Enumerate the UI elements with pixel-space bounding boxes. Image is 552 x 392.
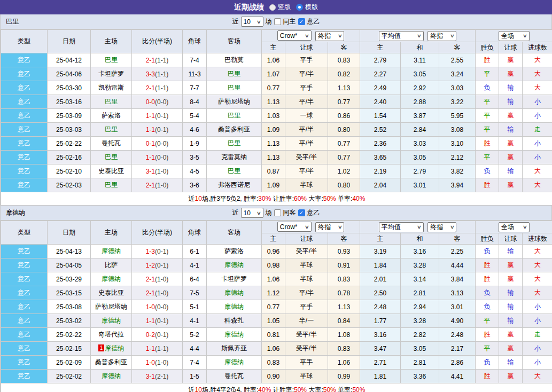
corners-cell: 7-5 (183, 286, 207, 300)
result-cell: 胜 (476, 328, 499, 342)
avg-away-cell: 2.17 (439, 342, 476, 356)
match-count-select[interactable]: 10∨ (241, 17, 263, 27)
home-team-cell[interactable]: 巴里 (91, 95, 132, 109)
league-cell[interactable]: 意乙 (1, 95, 48, 109)
home-team-cell[interactable]: 摩德纳 (91, 314, 132, 328)
league-cell[interactable]: 意乙 (1, 356, 48, 370)
average-select[interactable]: 平均值∨ (379, 31, 424, 41)
date-cell: 25-04-12 (48, 53, 91, 67)
home-team-cell[interactable]: 巴里 (91, 123, 132, 137)
away-team-cell[interactable]: 桑普多利亚 (207, 123, 262, 137)
home-team-cell[interactable]: 凯勒雷斯 (91, 81, 132, 95)
home-team-cell[interactable]: 巴里 (91, 53, 132, 67)
away-team-cell[interactable]: 萨勒尼塔纳 (207, 95, 262, 109)
avg-home-cell: 1.54 (360, 109, 401, 123)
avg-odds-time-select[interactable]: 终指∨ (427, 222, 456, 232)
home-team-cell[interactable]: 巴里 (91, 151, 132, 164)
away-team-cell[interactable]: 摩德纳 (207, 286, 262, 300)
home-team-cell[interactable]: 摩德纳 (91, 272, 132, 286)
away-team-cell[interactable]: 巴里 (207, 137, 262, 151)
league-cell[interactable]: 意乙 (1, 137, 48, 151)
away-team-cell[interactable]: 弗洛西诺尼 (207, 178, 262, 192)
home-team-cell[interactable]: 史泰比亚 (91, 164, 132, 178)
away-team-cell[interactable]: 摩德纳 (207, 328, 262, 342)
home-team-cell[interactable]: 萨勒尼塔纳 (91, 300, 132, 314)
score-cell: 1-0(0-0) (132, 300, 183, 314)
league-cell[interactable]: 意乙 (1, 342, 48, 356)
league-cell[interactable]: 意乙 (1, 164, 48, 178)
league-cell[interactable]: 意乙 (1, 314, 48, 328)
league-filter-label: 意乙 (307, 17, 320, 26)
league-cell[interactable]: 意乙 (1, 300, 48, 314)
away-team-cell[interactable]: 摩德纳 (207, 258, 262, 272)
layout-horizontal-option[interactable]: 横版 (296, 3, 318, 12)
corners-cell: 4-4 (183, 342, 207, 356)
odds-time-select[interactable]: 终指∨ (315, 31, 344, 41)
radio-unchecked-icon[interactable] (269, 4, 276, 11)
away-team-cell[interactable]: 巴里 (207, 67, 262, 81)
league-cell[interactable]: 意乙 (1, 109, 48, 123)
near-label: 近 (232, 208, 239, 217)
league-cell[interactable]: 意乙 (1, 370, 48, 383)
col-handicap-result: 让球 (499, 42, 523, 53)
away-team-cell[interactable]: 克雷莫纳 (207, 151, 262, 164)
col-handicap: 让球 (285, 42, 328, 53)
league-cell[interactable]: 意乙 (1, 245, 48, 258)
home-team-cell[interactable]: 1摩德纳 (91, 342, 132, 356)
bookmaker-select[interactable]: Crow*∨ (277, 222, 312, 232)
layout-vertical-option[interactable]: 竖版 (269, 3, 291, 12)
league-cell[interactable]: 意乙 (1, 151, 48, 164)
odds-time-select[interactable]: 终指∨ (315, 222, 344, 232)
home-team-cell[interactable]: 桑普多利亚 (91, 356, 132, 370)
home-team-cell[interactable]: 萨索洛 (91, 109, 132, 123)
radio-checked-icon[interactable] (296, 4, 303, 11)
away-team-cell[interactable]: 卡坦萨罗 (207, 272, 262, 286)
league-cell[interactable]: 意乙 (1, 286, 48, 300)
full-match-select[interactable]: 全场∨ (499, 222, 530, 232)
league-cell[interactable]: 意乙 (1, 272, 48, 286)
league-cell[interactable]: 意乙 (1, 123, 48, 137)
away-team-cell[interactable]: 摩德纳 (207, 300, 262, 314)
same-home-checkbox[interactable] (274, 18, 281, 25)
avg-odds-time-select[interactable]: 终指∨ (427, 31, 456, 41)
away-team-cell[interactable]: 曼托瓦 (207, 370, 262, 383)
away-team-cell[interactable]: 科森扎 (207, 314, 262, 328)
away-team-cell[interactable]: 斯佩齐亚 (207, 342, 262, 356)
same-away-checkbox[interactable] (274, 209, 281, 216)
home-team-cell[interactable]: 史泰比亚 (91, 286, 132, 300)
away-team-cell[interactable]: 巴里 (207, 164, 262, 178)
match-count-select[interactable]: 10∨ (241, 208, 263, 218)
away-team-cell[interactable]: 萨索洛 (207, 245, 262, 258)
league-cell[interactable]: 意乙 (1, 178, 48, 192)
away-team-cell[interactable]: 巴里 (207, 109, 262, 123)
league-cell[interactable]: 意乙 (1, 81, 48, 95)
away-team-cell[interactable]: 巴里 (207, 81, 262, 95)
home-team-cell[interactable]: 奇塔代拉 (91, 328, 132, 342)
average-select[interactable]: 平均值∨ (379, 222, 424, 232)
league-cell[interactable]: 意乙 (1, 53, 48, 67)
col-date: 日期 (48, 30, 91, 53)
home-team-cell[interactable]: 巴里 (91, 178, 132, 192)
corners-cell: 4-1 (183, 314, 207, 328)
bookmaker-select[interactable]: Crow*∨ (277, 30, 312, 41)
home-team-cell[interactable]: 曼托瓦 (91, 137, 132, 151)
home-team-cell[interactable]: 卡坦萨罗 (91, 67, 132, 81)
results-table: 类型 日期 主场 比分(半场) 角球 客场 Crow*∨ 终指∨ 平均值∨ 终指… (1, 221, 552, 392)
league-filter-checkbox[interactable]: ✓ (298, 209, 305, 216)
home-team-cell[interactable]: 比萨 (91, 258, 132, 272)
away-team-cell[interactable]: 摩德纳 (207, 356, 262, 370)
result-cell: 平 (476, 67, 499, 81)
away-team-cell[interactable]: 巴勒莫 (207, 53, 262, 67)
home-team-cell[interactable]: 摩德纳 (91, 370, 132, 383)
league-filter-checkbox[interactable]: ✓ (298, 18, 305, 25)
handicap-result-cell: 输 (499, 95, 523, 109)
home-team-cell[interactable]: 摩德纳 (91, 245, 132, 258)
page-title: 近期战绩 (234, 3, 264, 12)
league-cell[interactable]: 意乙 (1, 328, 48, 342)
table-controls: 摩德纳 近 10∨ 场 同客 ✓ 意乙 (1, 206, 551, 221)
full-match-select[interactable]: 全场∨ (499, 31, 530, 41)
score-cell: 1-1(0-1) (132, 123, 183, 137)
corners-cell: 5-4 (183, 109, 207, 123)
league-cell[interactable]: 意乙 (1, 67, 48, 81)
league-cell[interactable]: 意乙 (1, 258, 48, 272)
